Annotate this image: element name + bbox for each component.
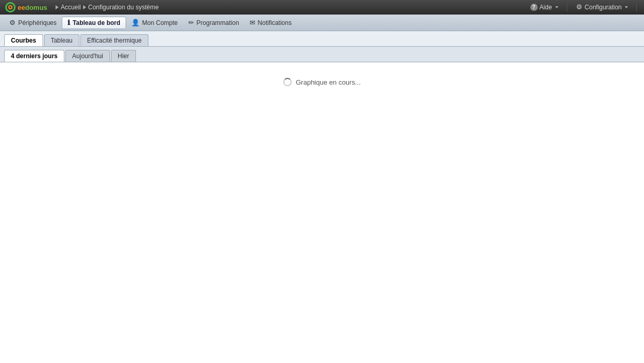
- help-label: Aide: [540, 4, 552, 11]
- arrow-icon: [56, 5, 59, 9]
- programmation-icon: ✏: [188, 19, 194, 26]
- tab-aujourdhui-label: Aujourd'hui: [72, 52, 103, 60]
- help-dropdown-arrow: [555, 6, 558, 8]
- tab-4-derniers-jours[interactable]: 4 derniers jours: [4, 50, 64, 62]
- logo-text: eedomus: [18, 4, 47, 11]
- help-button[interactable]: ? Aide: [530, 4, 558, 11]
- tab-tableau[interactable]: Tableau: [44, 34, 79, 46]
- topbar: eedomus Accueil Configuration du système…: [0, 0, 644, 15]
- tableau-icon: ℹ: [67, 19, 70, 26]
- main-nav: ⚙ Périphériques ℹ Tableau de bord 👤 Mon …: [0, 15, 644, 31]
- tab-hier[interactable]: Hier: [111, 50, 136, 62]
- gear-icon: ⚙: [576, 4, 583, 11]
- nav-item-notifications[interactable]: ✉ Notifications: [244, 17, 297, 29]
- nav-item-programmation[interactable]: ✏ Programmation: [183, 17, 244, 29]
- topbar-divider: [567, 3, 567, 11]
- breadcrumb: Accueil Configuration du système: [56, 4, 530, 11]
- nav-item-peripheriques[interactable]: ⚙ Périphériques: [4, 17, 62, 29]
- tab-efficacite-thermique-label: Efficacité thermique: [87, 37, 142, 44]
- topbar-right: ? Aide ⚙ Configuration: [530, 3, 639, 11]
- nav-accueil[interactable]: Accueil: [61, 4, 81, 11]
- loading-spinner: [283, 78, 292, 86]
- topbar-divider-2: [636, 3, 637, 11]
- nav-item-tableau-de-bord-label: Tableau de bord: [73, 19, 120, 26]
- tab-courbes[interactable]: Courbes: [4, 34, 43, 46]
- config-button[interactable]: ⚙ Configuration: [576, 4, 628, 11]
- nav-item-peripheriques-label: Périphériques: [18, 19, 57, 26]
- tab-4-derniers-jours-label: 4 derniers jours: [11, 52, 58, 60]
- nav-item-mon-compte[interactable]: 👤 Mon Compte: [126, 17, 183, 29]
- nav-item-notifications-label: Notifications: [258, 19, 292, 26]
- loading-text: Graphique en cours...: [296, 78, 361, 86]
- notifications-icon: ✉: [250, 19, 255, 26]
- tab-courbes-label: Courbes: [11, 37, 36, 44]
- tab-hier-label: Hier: [118, 52, 129, 60]
- question-icon: ?: [530, 4, 538, 11]
- nav-item-programmation-label: Programmation: [197, 19, 239, 26]
- main-content: Graphique en cours...: [0, 62, 644, 363]
- config-dropdown-arrow: [625, 6, 628, 8]
- nav-item-mon-compte-label: Mon Compte: [142, 19, 178, 26]
- nav-item-tableau-de-bord[interactable]: ℹ Tableau de bord: [62, 17, 126, 29]
- config-label: Configuration: [585, 4, 622, 11]
- sub-tabs-bar: Courbes Tableau Efficacité thermique: [0, 31, 644, 47]
- time-tabs-bar: 4 derniers jours Aujourd'hui Hier: [0, 47, 644, 62]
- tab-tableau-label: Tableau: [51, 37, 73, 44]
- compte-icon: 👤: [131, 19, 140, 26]
- peripheriques-icon: ⚙: [9, 19, 16, 26]
- loading-message: Graphique en cours...: [283, 78, 361, 86]
- nav-config-system[interactable]: Configuration du système: [88, 4, 159, 11]
- arrow-icon-2: [83, 5, 86, 9]
- tab-aujourdhui[interactable]: Aujourd'hui: [65, 50, 110, 62]
- logo-icon: [5, 2, 16, 12]
- tab-efficacite-thermique[interactable]: Efficacité thermique: [80, 34, 148, 46]
- logo[interactable]: eedomus: [5, 2, 47, 12]
